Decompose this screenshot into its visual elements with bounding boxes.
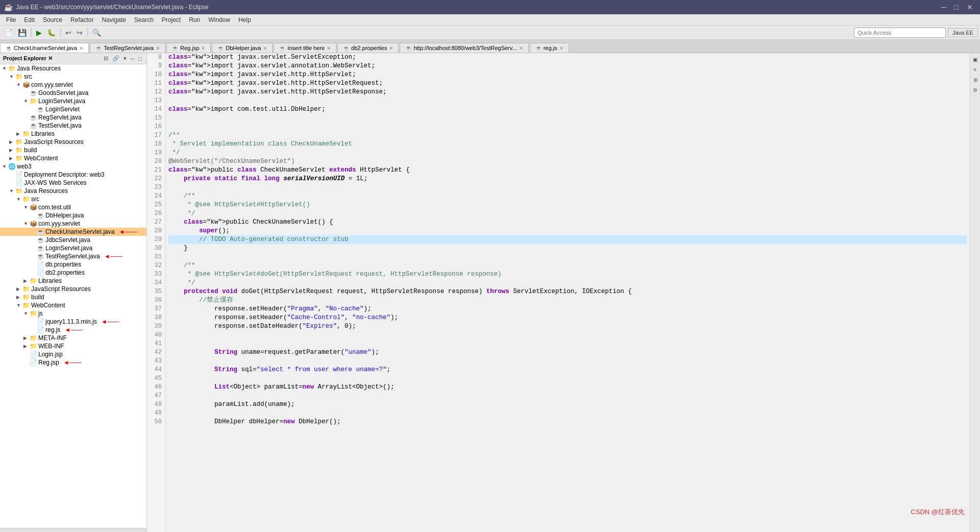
sidebar-scrollbar-h[interactable] <box>0 528 146 532</box>
tree-item-25[interactable]: 📄db2.properties <box>0 269 146 277</box>
new-button[interactable]: 📄 <box>2 28 15 38</box>
tree-item-11[interactable]: ▶📁WebContent <box>0 154 146 162</box>
right-panel-btn-1[interactable]: ▣ <box>971 55 979 63</box>
maximize-button[interactable]: □ <box>951 2 962 12</box>
tree-icon-36: 📄 <box>30 359 37 366</box>
tab-close-2[interactable]: ✕ <box>201 45 205 51</box>
tab-3[interactable]: ☕DbHelper.java✕ <box>212 43 273 53</box>
tree-item-22[interactable]: ☕LoginServlet.java <box>0 244 146 252</box>
tab-4[interactable]: ☕Insert title here✕ <box>274 43 336 53</box>
tree-item-14[interactable]: 📄JAX-WS Web Services <box>0 179 146 187</box>
menu-item-source[interactable]: Source <box>39 15 66 25</box>
tree-label-18: DbHelper.java <box>45 212 84 219</box>
tree-item-32[interactable]: 📄reg.js◄—— <box>0 326 146 334</box>
tree-arrow-16: ▼ <box>16 197 21 202</box>
tree-item-13[interactable]: 📄Deployment Descriptor: web3 <box>0 171 146 179</box>
sidebar-minimize-btn[interactable]: ─ <box>129 55 136 62</box>
tree-item-8[interactable]: ▶📁Libraries <box>0 130 146 138</box>
code-line-42: String uname=request.getParameter("uname… <box>168 348 967 357</box>
tree-item-1[interactable]: ▼📁src <box>0 72 146 81</box>
tree-item-7[interactable]: ☕TestServlet.java <box>0 122 146 130</box>
quick-access-input[interactable] <box>854 28 946 38</box>
line-num-20: 20 <box>150 157 162 166</box>
tree-item-5[interactable]: ☕LoginServlet <box>0 105 146 113</box>
menu-item-search[interactable]: Search <box>130 15 158 25</box>
tree-item-29[interactable]: ▼📁WebContent <box>0 301 146 309</box>
tree-item-23[interactable]: ☕TestRegServlet.java◄—— <box>0 252 146 260</box>
menu-item-run[interactable]: Run <box>185 15 204 25</box>
tree-item-2[interactable]: ▼📦com.yyy.servlet <box>0 81 146 89</box>
tab-close-1[interactable]: ✕ <box>156 45 160 51</box>
tree-item-16[interactable]: ▼📁src <box>0 195 146 203</box>
tree-item-36[interactable]: 📄Reg.jsp◄—— <box>0 358 146 367</box>
tab-1[interactable]: ☕TestRegServlet.java✕ <box>90 43 165 53</box>
tab-close-4[interactable]: ✕ <box>327 45 331 51</box>
tab-5[interactable]: ☕db2.properties✕ <box>337 43 399 53</box>
tree-arrow-12: ▼ <box>2 164 7 169</box>
menu-item-window[interactable]: Window <box>204 15 234 25</box>
save-button[interactable]: 💾 <box>16 28 29 38</box>
tree-item-18[interactable]: ☕DbHelper.java <box>0 211 146 220</box>
menu-item-edit[interactable]: Edit <box>20 15 39 25</box>
tree-item-34[interactable]: ▶📁WEB-INF <box>0 342 146 350</box>
close-button[interactable]: ✕ <box>964 2 976 12</box>
tab-7[interactable]: ☕reg.js✕ <box>530 43 569 53</box>
tab-2[interactable]: ☕Reg.jsp✕ <box>166 43 211 53</box>
tree-item-27[interactable]: ▶📁JavaScript Resources <box>0 285 146 293</box>
tree-icon-5: ☕ <box>37 106 44 113</box>
sidebar-collapse-btn[interactable]: ⊟ <box>102 55 110 62</box>
menu-item-help[interactable]: Help <box>234 15 255 25</box>
tree-item-20[interactable]: ☕CheckUnameServlet.java◄—— <box>0 228 146 236</box>
undo-button[interactable]: ↩ <box>63 28 74 38</box>
line-num-25: 25 <box>150 201 162 209</box>
tree-label-28: build <box>31 294 44 301</box>
tree-item-24[interactable]: 📄db.properties <box>0 260 146 269</box>
menu-item-file[interactable]: File <box>2 15 20 25</box>
right-panel-btn-3[interactable]: ⊞ <box>971 76 979 84</box>
right-panel-btn-2[interactable]: ≡ <box>971 65 979 74</box>
tree-item-12[interactable]: ▼🌐web3 <box>0 162 146 171</box>
menu-item-navigate[interactable]: Navigate <box>97 15 130 25</box>
toolbar-sep-3 <box>87 28 88 37</box>
tree-item-26[interactable]: ▶📁Libraries <box>0 277 146 285</box>
title-bar-controls: ─ □ ✕ <box>938 2 976 12</box>
tree-item-3[interactable]: ☕GoodsServlet.java <box>0 89 146 97</box>
tree-item-19[interactable]: ▼📦com.yyy.servlet <box>0 220 146 228</box>
tab-close-6[interactable]: ✕ <box>519 45 523 51</box>
redo-button[interactable]: ↪ <box>75 28 85 38</box>
menu-item-refactor[interactable]: Refactor <box>66 15 97 25</box>
tab-0[interactable]: ☕CheckUnameServlet.java✕ <box>0 43 89 53</box>
menu-item-project[interactable]: Project <box>158 15 185 25</box>
tree-item-30[interactable]: ▼📁js <box>0 309 146 318</box>
code-content[interactable]: class="kw">import javax.servlet.ServletE… <box>165 53 970 532</box>
tree-item-35[interactable]: 📄Login.jsp <box>0 350 146 358</box>
tree-icon-23: ☕ <box>37 253 44 260</box>
tab-close-3[interactable]: ✕ <box>263 45 267 51</box>
sidebar-maximize-btn[interactable]: □ <box>137 55 143 62</box>
right-panel-btn-4[interactable]: ⚙ <box>971 86 979 94</box>
tree-item-6[interactable]: ☕RegServlet.java <box>0 113 146 122</box>
tree-item-28[interactable]: ▶📁build <box>0 293 146 301</box>
tree-item-10[interactable]: ▶📁build <box>0 146 146 154</box>
sidebar-menu-btn[interactable]: ▾ <box>122 55 128 62</box>
tree-item-31[interactable]: 📄jquery1.11.3.min.js◄—— <box>0 318 146 326</box>
sidebar-header-btns: ⊟ 🔗 ▾ ─ □ <box>102 55 143 62</box>
toolbar-right: Java EE <box>854 28 978 38</box>
debug-button[interactable]: 🐛 <box>45 28 58 38</box>
tab-close-7[interactable]: ✕ <box>559 45 564 51</box>
minimize-button[interactable]: ─ <box>938 2 949 12</box>
tree-item-21[interactable]: ☕JdbcServlet.java <box>0 236 146 244</box>
tab-close-5[interactable]: ✕ <box>389 45 393 51</box>
tab-6[interactable]: ☕http://localhost:8080/web3/TestRegServ.… <box>400 43 528 53</box>
java-ee-button[interactable]: Java EE <box>948 28 978 37</box>
tab-close-0[interactable]: ✕ <box>79 45 83 51</box>
tree-item-33[interactable]: ▶📁META-INF <box>0 334 146 342</box>
tree-item-0[interactable]: ▼📁Java Resources <box>0 64 146 72</box>
tree-item-17[interactable]: ▼📦com.test.util <box>0 203 146 211</box>
sidebar-link-btn[interactable]: 🔗 <box>111 55 121 62</box>
run-button[interactable]: ▶ <box>34 28 44 38</box>
tree-item-4[interactable]: ▼📁LoginServlet.java <box>0 97 146 105</box>
search-button[interactable]: 🔍 <box>90 28 103 38</box>
tree-item-15[interactable]: ▼📁Java Resources <box>0 187 146 195</box>
tree-item-9[interactable]: ▶📁JavaScript Resources <box>0 138 146 146</box>
